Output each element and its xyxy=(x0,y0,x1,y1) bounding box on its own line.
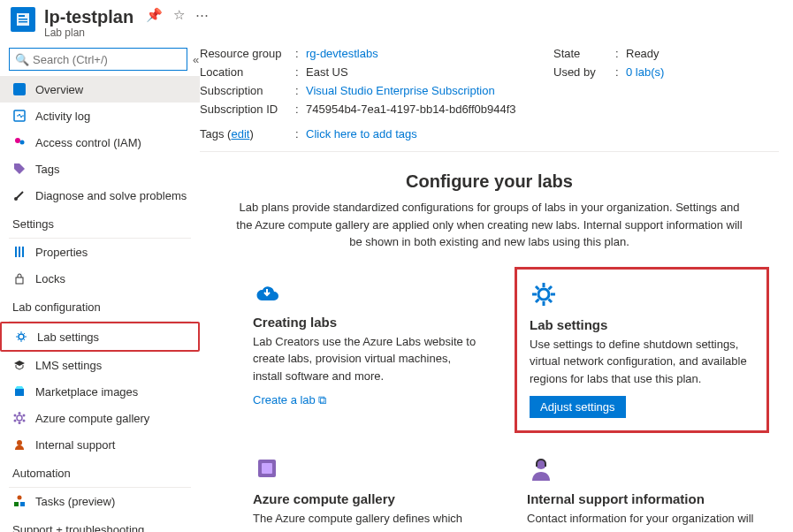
sidebar-item-label: Marketplace images xyxy=(35,385,138,399)
svg-point-20 xyxy=(14,420,17,422)
card-title: Internal support information xyxy=(527,491,757,506)
sidebar-item-gallery[interactable]: Azure compute gallery xyxy=(0,405,200,431)
configure-title: Configure your labs xyxy=(235,171,743,192)
tasks-icon xyxy=(12,494,27,508)
tag-icon xyxy=(12,162,27,176)
svg-point-13 xyxy=(19,334,24,339)
tags-value[interactable]: Click here to add tags xyxy=(306,127,417,141)
sidebar-item-labsettings[interactable]: Lab settings xyxy=(2,323,198,350)
state-value: Ready xyxy=(626,47,660,60)
svg-rect-29 xyxy=(262,463,272,474)
svg-rect-12 xyxy=(16,277,23,284)
card-gallery: Azure compute gallery The Azure compute … xyxy=(253,454,483,532)
page-title: lp-testplan xyxy=(44,7,133,27)
sidebar-item-label: Tasks (preview) xyxy=(35,495,115,508)
svg-rect-9 xyxy=(15,247,17,257)
lms-icon xyxy=(12,358,27,372)
usedby-label: Used by xyxy=(553,65,615,79)
collapse-sidebar-icon[interactable]: « xyxy=(193,53,199,66)
sidebar-item-label: Diagnose and solve problems xyxy=(35,189,187,202)
external-link-icon: ⧉ xyxy=(318,393,326,407)
card-title: Azure compute gallery xyxy=(253,491,483,506)
sidebar-item-iam[interactable]: Access control (IAM) xyxy=(0,129,200,156)
sidebar-section-support: Support + troubleshooting xyxy=(0,514,200,532)
gallery-icon xyxy=(253,454,281,483)
more-icon[interactable]: ⋯ xyxy=(195,7,209,23)
cloud-icon xyxy=(253,277,281,306)
sidebar-item-overview[interactable]: Overview xyxy=(0,76,200,103)
svg-rect-2 xyxy=(19,19,27,20)
sidebar-item-marketplace[interactable]: Marketplace images xyxy=(0,378,200,405)
sub-label: Subscription xyxy=(200,84,295,97)
card-support: Internal support information Contact inf… xyxy=(527,454,757,532)
card-title: Creating labs xyxy=(253,315,483,330)
pin-icon[interactable]: 📌 xyxy=(146,7,163,23)
adjust-settings-button[interactable]: Adjust settings xyxy=(530,396,626,418)
sidebar-item-label: Lab settings xyxy=(37,331,99,344)
sidebar-item-support[interactable]: Internal support xyxy=(0,431,200,458)
subid-value: 745954b4-7ea1-4197-bb14-bd6ff0b944f3 xyxy=(306,103,516,116)
sidebar-item-lms[interactable]: LMS settings xyxy=(0,352,200,378)
sidebar-item-tasks[interactable]: Tasks (preview) xyxy=(0,488,200,514)
svg-point-7 xyxy=(20,141,25,145)
sub-value[interactable]: Visual Studio Enterprise Subscription xyxy=(306,84,495,97)
overview-icon xyxy=(12,82,27,96)
iam-icon xyxy=(12,135,27,149)
card-title: Lab settings xyxy=(530,317,754,332)
loc-label: Location xyxy=(200,65,295,79)
sidebar-item-properties[interactable]: Properties xyxy=(0,239,200,265)
sidebar-item-label: Properties xyxy=(35,246,88,259)
sidebar-section-automation: Automation xyxy=(0,458,200,483)
svg-point-22 xyxy=(17,440,22,445)
svg-rect-14 xyxy=(15,389,24,396)
support-icon xyxy=(12,437,27,452)
search-icon: 🔍 xyxy=(15,53,29,66)
svg-point-15 xyxy=(17,415,22,421)
favorite-icon[interactable]: ☆ xyxy=(173,7,185,23)
svg-point-8 xyxy=(14,197,18,201)
sidebar-item-label: Locks xyxy=(35,272,65,285)
sidebar-item-activity[interactable]: Activity log xyxy=(0,103,200,129)
svg-point-17 xyxy=(23,414,26,417)
highlight-labsettings: Lab settings xyxy=(0,322,200,352)
search-input-wrap[interactable]: 🔍 xyxy=(9,48,187,71)
sidebar-section-settings: Settings xyxy=(0,209,200,234)
sidebar-item-label: Internal support xyxy=(35,438,115,452)
svg-rect-1 xyxy=(19,15,25,17)
marketplace-icon xyxy=(12,384,27,399)
sidebar-item-diagnose[interactable]: Diagnose and solve problems xyxy=(0,182,200,209)
svg-rect-3 xyxy=(19,21,27,23)
card-desc: The Azure compute gallery defines which … xyxy=(253,510,483,532)
card-creating-labs: Creating labs Lab Creators use the Azure… xyxy=(253,277,483,422)
card-desc: Contact information for your organizatio… xyxy=(527,510,757,532)
gear-icon xyxy=(14,330,28,344)
lock-icon xyxy=(12,271,27,285)
subid-label: Subscription ID xyxy=(200,103,295,116)
svg-rect-10 xyxy=(19,247,20,257)
support-person-icon xyxy=(527,454,555,483)
sidebar-item-label: LMS settings xyxy=(35,359,102,372)
state-label: State xyxy=(553,47,615,60)
page-subtitle: Lab plan xyxy=(44,27,133,39)
gear-icon xyxy=(530,280,558,308)
usedby-value[interactable]: 0 lab(s) xyxy=(626,65,664,79)
svg-point-16 xyxy=(19,412,21,414)
sidebar-item-tags[interactable]: Tags xyxy=(0,156,200,182)
gallery-icon xyxy=(12,411,27,425)
rg-label: Resource group xyxy=(200,47,295,60)
search-input[interactable] xyxy=(33,53,181,66)
card-desc: Use settings to define shutdown settings… xyxy=(530,336,754,388)
tags-edit-link[interactable]: edit xyxy=(231,127,249,141)
svg-point-21 xyxy=(14,414,17,417)
tags-label: Tags (edit) xyxy=(200,127,295,141)
svg-point-18 xyxy=(23,420,26,422)
svg-point-27 xyxy=(538,289,549,300)
svg-rect-24 xyxy=(20,502,25,506)
create-lab-link[interactable]: Create a lab ⧉ xyxy=(253,393,326,407)
sidebar-item-label: Overview xyxy=(35,83,83,96)
card-desc: Lab Creators use the Azure Labs website … xyxy=(253,333,483,385)
sidebar-item-label: Azure compute gallery xyxy=(35,412,149,425)
sidebar-item-locks[interactable]: Locks xyxy=(0,265,200,292)
activity-icon xyxy=(12,109,27,123)
rg-value[interactable]: rg-devtestlabs xyxy=(306,47,378,60)
